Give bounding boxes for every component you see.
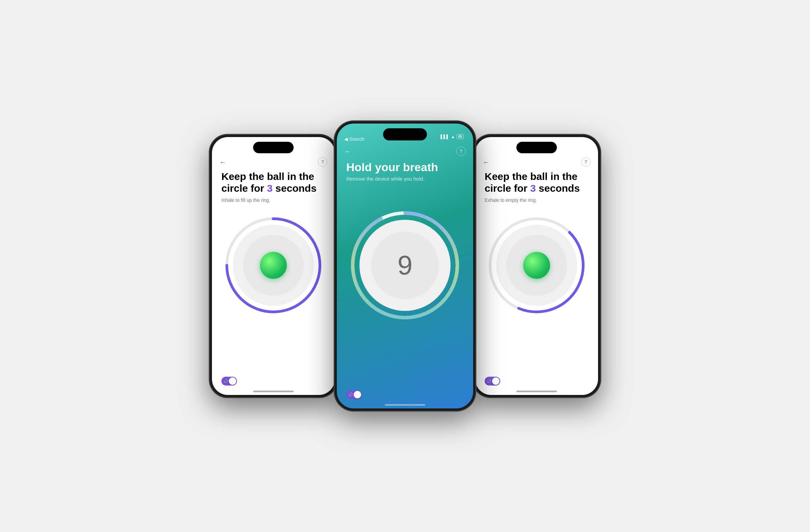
toggle-right[interactable]: 🔊: [485, 377, 500, 386]
toggle-area-center: 🔊: [346, 390, 362, 399]
inner-circles-center: 9: [359, 220, 451, 311]
countdown-number: 9: [398, 252, 413, 279]
home-indicator-center: [385, 404, 425, 406]
inner-circle-right: [506, 235, 567, 296]
help-button-right[interactable]: ?: [581, 157, 590, 167]
nav-bar-center: ← ?: [337, 146, 473, 156]
phone-right: ← ? Keep the ball in the circle for 3 se…: [472, 134, 601, 398]
main-title-left: Keep the ball in the circle for 3 second…: [222, 171, 325, 194]
phone-left: ← ? Keep the ball in the circle for 3 se…: [209, 134, 338, 398]
toggle-thumb-center: [354, 391, 361, 398]
inner-circle-left: [243, 235, 304, 296]
back-button-left[interactable]: ←: [220, 158, 226, 166]
battery-icon: 85: [457, 134, 464, 139]
toggle-thumb-right: [492, 377, 500, 385]
volume-icon-left: 🔊: [223, 379, 228, 384]
volume-icon-center: 🔊: [348, 392, 353, 397]
dynamic-island-left: [253, 142, 294, 153]
outer-circle-left: [233, 225, 314, 306]
green-ball-left: [260, 252, 287, 279]
dynamic-island-center: [383, 128, 427, 141]
inner-circles-right: [496, 225, 577, 306]
circle-area-center: 9: [347, 208, 463, 323]
main-title-right: Keep the ball in the circle for 3 second…: [485, 171, 588, 194]
outer-circle-right: [496, 225, 577, 306]
outer-circle-center: 9: [359, 220, 451, 311]
content-center: Hold your breath Remove the device while…: [337, 161, 473, 182]
wifi-icon: ▲: [451, 134, 455, 139]
subtitle-center: Remove the device while you hold.: [346, 176, 464, 182]
inner-circles-left: [233, 225, 314, 306]
toggle-left[interactable]: 🔊: [222, 377, 237, 386]
help-button-center[interactable]: ?: [456, 146, 466, 156]
dynamic-island-right: [516, 142, 557, 153]
toggle-area-right: 🔊: [485, 377, 500, 386]
circle-area-right: [486, 215, 587, 316]
back-button-center[interactable]: ←: [344, 147, 351, 155]
toggle-area-left: 🔊: [222, 377, 237, 386]
subtitle-left: Inhale to fill up the ring.: [222, 197, 325, 203]
inner-circle-center: 9: [371, 231, 439, 299]
toggle-thumb-left: [229, 377, 236, 385]
home-indicator-right: [516, 390, 557, 392]
nav-bar-left: ← ?: [212, 157, 335, 167]
subtitle-right: Exhale to empty the ring.: [485, 197, 588, 203]
signal-icon: ▌▌▌: [440, 134, 449, 139]
content-left: Keep the ball in the circle for 3 second…: [212, 171, 335, 203]
screen-left: ← ? Keep the ball in the circle for 3 se…: [212, 137, 335, 395]
status-icons: ▌▌▌ ▲ 85: [440, 134, 464, 139]
phone-center: 2:30 ▌▌▌ ▲ 85 ◀ Search ← ?: [334, 121, 476, 411]
screen-center: 2:30 ▌▌▌ ▲ 85 ◀ Search ← ?: [337, 124, 473, 408]
back-button-right[interactable]: ←: [483, 158, 489, 166]
circle-area-left: [223, 215, 324, 316]
volume-icon-right: 🔊: [487, 379, 491, 384]
phones-container: ← ? Keep the ball in the circle for 3 se…: [209, 121, 601, 411]
toggle-center[interactable]: 🔊: [346, 390, 362, 399]
nav-bar-right: ← ?: [475, 157, 598, 167]
content-right: Keep the ball in the circle for 3 second…: [475, 171, 598, 203]
home-indicator-left: [253, 390, 294, 392]
main-title-center: Hold your breath: [346, 161, 464, 174]
green-ball-right: [523, 252, 550, 279]
help-button-left[interactable]: ?: [318, 157, 327, 167]
screen-right: ← ? Keep the ball in the circle for 3 se…: [475, 137, 598, 395]
